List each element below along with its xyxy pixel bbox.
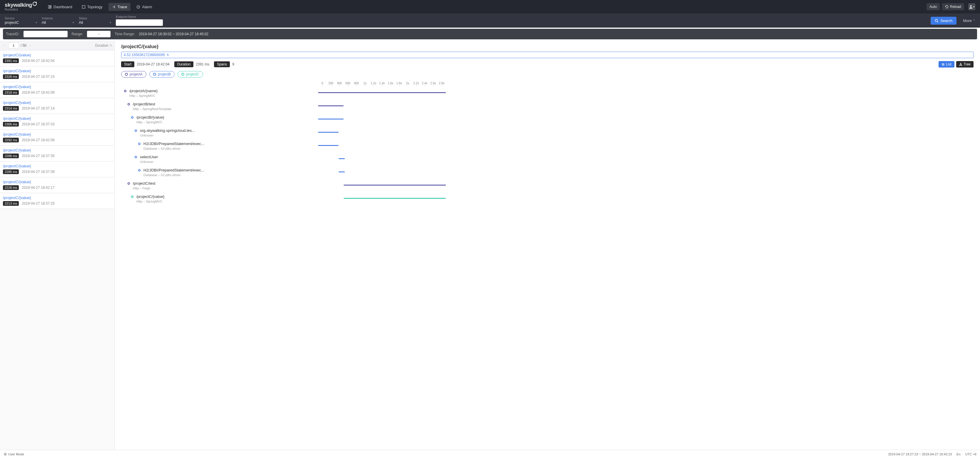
trace-item-time: 2019-04-27 18:37:14	[22, 106, 54, 110]
footer-tz[interactable]: UTC +8	[965, 452, 977, 456]
nav-trace[interactable]: Trace	[108, 3, 131, 11]
trace-item-time: 2019-04-27 18:42:04	[22, 59, 54, 63]
status-label: Status	[79, 17, 111, 20]
span-title: /projectC/test	[133, 181, 156, 186]
sort-select[interactable]: Duration ⇅	[95, 43, 112, 48]
nav-dashboard[interactable]: Dashboard	[45, 3, 76, 11]
trace-id-select[interactable]: 4.52.15563617236800095 ⇅	[121, 52, 974, 58]
range-input[interactable]	[87, 31, 111, 37]
filterbar: Service projectC ▾ Instance All ▾ Status…	[0, 14, 980, 28]
trace-item[interactable]: /projectC/{value} 2286 ms 2019-04-27 18:…	[0, 146, 115, 162]
legend: projectA projectB projectC	[121, 71, 974, 78]
spans-label: Spans	[214, 61, 230, 67]
chevron-down-icon: ▾	[973, 5, 975, 8]
legend-project-a[interactable]: projectA	[121, 71, 146, 78]
more-label: More	[963, 19, 972, 23]
trace-icon	[112, 5, 116, 9]
svg-point-5	[970, 5, 972, 7]
trace-item-name: /projectC/{value}	[3, 69, 111, 73]
span-row[interactable]: /projectC/test Http – Feign	[121, 179, 974, 192]
trace-item-duration: 2292 ms	[3, 138, 19, 143]
ruler-tick: 1.8s	[395, 82, 403, 85]
trace-item[interactable]: /projectC/{value} 2391 ms 2019-04-27 18:…	[0, 51, 115, 67]
trace-item[interactable]: /projectC/{value} 2328 ms 2019-04-27 18:…	[0, 67, 115, 82]
span-dot-icon	[127, 103, 130, 105]
nav-trace-label: Trace	[118, 5, 127, 9]
instance-select[interactable]: Instance All ▾	[42, 17, 74, 25]
trace-item[interactable]: /projectC/{value} 2228 ms 2019-04-27 18:…	[0, 177, 115, 193]
footer-timerange[interactable]: 2019-04-27 18:27:23 ~ 2019-04-27 18:42:2…	[888, 452, 952, 456]
search-button[interactable]: Search	[931, 17, 956, 25]
trace-item-name: /projectC/{value}	[3, 100, 111, 105]
trace-item[interactable]: /projectC/{value} 2305 ms 2019-04-27 18:…	[0, 114, 115, 130]
ruler-tick: 800	[352, 82, 361, 85]
brand-logo: skywalking	[5, 2, 37, 8]
auto-button[interactable]: Auto	[926, 3, 940, 10]
svg-rect-3	[82, 5, 85, 8]
range-label: Range:	[72, 32, 83, 36]
trace-item[interactable]: /projectC/{value} 2318 ms 2019-04-27 18:…	[0, 82, 115, 98]
querybar: TraceID: Range: Time Range: 2019-04-27 1…	[3, 29, 977, 40]
page-next-button[interactable]: ›	[28, 43, 32, 48]
trace-item[interactable]: /projectC/{value} 2292 ms 2019-04-27 18:…	[0, 130, 115, 146]
page-prev-button[interactable]: ‹	[2, 43, 6, 48]
search-label: Search	[940, 19, 952, 23]
footer-lang[interactable]: En	[956, 452, 960, 456]
traceid-input[interactable]	[24, 31, 68, 37]
ruler-tick: 0	[318, 82, 326, 85]
more-button[interactable]: More ⌃	[963, 19, 975, 23]
trace-item-time: 2019-04-27 18:42:08	[22, 90, 54, 95]
trace-item-time: 2019-04-27 18:37:15	[22, 74, 54, 79]
endpoint-input[interactable]	[116, 19, 163, 26]
start-value: 2019-04-27 18:42:04	[137, 62, 169, 67]
span-row[interactable]: /projectB/{value} Http – SpringMVC	[121, 113, 974, 126]
status-select[interactable]: Status All ▾	[79, 17, 111, 25]
nav-alarm[interactable]: Alarm	[133, 3, 156, 11]
span-row[interactable]: org.skywalking.springcloud.tes... Unknow…	[121, 126, 974, 139]
page-input[interactable]	[8, 43, 19, 48]
service-select[interactable]: Service projectC ▾	[5, 17, 37, 25]
legend-project-c[interactable]: projectC	[178, 71, 203, 78]
duration-value: 2391 ms	[196, 62, 209, 67]
span-row[interactable]: H2/JDBI/PreparedStatement/exec... Databa…	[121, 139, 974, 152]
list-view-button[interactable]: List	[939, 61, 955, 68]
ruler-tick: 1s	[361, 82, 369, 85]
trace-item[interactable]: /projectC/{value} 2213 ms 2019-04-27 18:…	[0, 193, 115, 209]
span-row[interactable]: /projectA/{name} Http – SpringMVC	[121, 86, 974, 99]
page-total: / 50	[21, 43, 27, 48]
timeline-ruler: 02004006008001s1.2s1.4s1.6s1.8s2s2.2s2.4…	[318, 80, 974, 86]
span-row[interactable]: selectUser Unknown	[121, 152, 974, 165]
user-mode-button[interactable]: User Mode	[8, 452, 24, 456]
trace-id-value: 4.52.15563617236800095	[124, 53, 165, 57]
auto-label: Auto	[929, 5, 937, 9]
nav-topology[interactable]: Topology	[78, 3, 106, 11]
trace-item[interactable]: /projectC/{value} 2285 ms 2019-04-27 18:…	[0, 162, 115, 177]
circle-icon	[181, 73, 184, 76]
span-subtitle: Http – SpringMVC	[129, 94, 158, 98]
legend-project-b[interactable]: projectB	[150, 71, 175, 78]
service-value: projectC	[5, 20, 37, 25]
pager: ‹ / 50 ›	[2, 43, 32, 48]
trace-item[interactable]: /projectC/{value} 2314 ms 2019-04-27 18:…	[0, 98, 115, 114]
ruler-tick: 2.6s	[429, 82, 438, 85]
span-row[interactable]: H2/JDBI/PreparedStatement/exec... Databa…	[121, 165, 974, 179]
span-row[interactable]: /projectB/test Http – SpringRestTemplate	[121, 99, 974, 113]
span-subtitle: Unknown	[140, 160, 158, 164]
span-row[interactable]: /projectC/{value} Http – SpringMVC	[121, 192, 974, 205]
trace-item-duration: 2391 ms	[3, 59, 19, 63]
ruler-tick: 2.4s	[420, 82, 429, 85]
reload-button[interactable]: Reload	[942, 3, 964, 10]
trace-item-time: 2019-04-27 18:37:38	[22, 170, 54, 174]
tree-view-button[interactable]: Tree	[956, 61, 974, 68]
timeline[interactable]: 02004006008001s1.2s1.4s1.6s1.8s2s2.2s2.4…	[121, 80, 974, 450]
user-avatar[interactable]: ▾	[968, 3, 975, 10]
trace-item-name: /projectC/{value}	[3, 116, 111, 120]
span-dot-icon	[138, 143, 140, 145]
detail-title: /projectC/{value}	[121, 44, 974, 49]
svg-rect-2	[50, 7, 51, 8]
svg-rect-0	[48, 5, 50, 8]
span-bar	[339, 158, 345, 159]
circle-icon	[125, 73, 128, 76]
trace-list[interactable]: /projectC/{value} 2391 ms 2019-04-27 18:…	[0, 51, 115, 450]
trace-item-name: /projectC/{value}	[3, 148, 111, 152]
